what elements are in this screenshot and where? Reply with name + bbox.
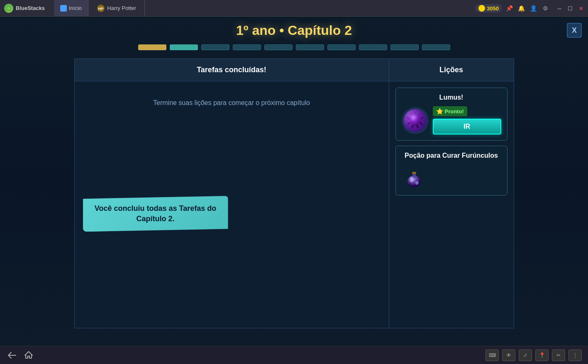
ready-badge: ⭐ Pronto!: [433, 106, 467, 116]
potion-svg: [403, 166, 425, 188]
progress-bar: [138, 44, 450, 50]
home-icon: [24, 350, 34, 360]
camera-button[interactable]: 👁: [502, 349, 515, 361]
location-button[interactable]: 📍: [535, 349, 549, 361]
left-panel: Tarefas concluídas! Termine suas lições …: [75, 59, 389, 328]
settings-button[interactable]: ⚙: [540, 3, 550, 13]
tab-inicio[interactable]: Início: [54, 0, 88, 16]
lesson-card-pocao: Poção para Curar Furúnculos: [395, 146, 507, 195]
home-tab-icon: [60, 5, 67, 12]
tool-button[interactable]: ✂: [552, 349, 565, 361]
progress-seg-6: [296, 44, 324, 50]
lumus-spell-svg: [404, 109, 427, 132]
profile-button[interactable]: 👤: [528, 3, 538, 13]
progress-seg-10: [422, 44, 450, 50]
right-panel: Lições Lumus!: [389, 59, 514, 328]
lumus-title: Lumus!: [402, 94, 501, 101]
progress-seg-4: [233, 44, 261, 50]
pocao-inner: [402, 164, 501, 189]
go-button[interactable]: IR: [433, 119, 501, 134]
progress-seg-8: [359, 44, 387, 50]
tab-harry-potter[interactable]: HP Harry Potter: [88, 0, 145, 16]
progress-seg-2: [170, 44, 198, 50]
notification-button[interactable]: 🔔: [516, 3, 526, 13]
hp-tab-icon: HP: [97, 4, 105, 12]
right-body: Lumus!: [389, 81, 514, 202]
lessons-title: Lições: [439, 66, 463, 74]
left-header: Tarefas concluídas!: [75, 59, 389, 81]
progress-seg-9: [390, 44, 419, 50]
progress-seg-7: [327, 44, 356, 50]
svg-point-7: [415, 181, 419, 185]
progress-seg-5: [264, 44, 293, 50]
coin-value: 3050: [487, 5, 499, 12]
tab-inicio-label: Início: [69, 5, 82, 11]
star-icon: ⭐: [436, 108, 443, 115]
coin-icon: [478, 5, 485, 12]
lumus-right: ⭐ Pronto! IR: [433, 106, 501, 134]
pocao-title: Poção para Curar Furúnculos: [402, 152, 501, 159]
progress-seg-1: [138, 44, 166, 50]
back-icon: [7, 350, 17, 360]
bottom-right-controls: ⌨ 👁 ⤢ 📍 ✂ ⋮: [486, 349, 582, 361]
close-x-button[interactable]: X: [567, 23, 582, 38]
bottom-bar: ⌨ 👁 ⤢ 📍 ✂ ⋮: [0, 346, 588, 364]
ready-text: Pronto!: [445, 108, 464, 115]
bluestacks-label: BlueStacks: [16, 5, 45, 11]
main-content: Tarefas concluídas! Termine suas lições …: [74, 59, 514, 328]
lumus-icon: [402, 107, 429, 134]
bluestacks-logo: BlueStacks: [0, 4, 54, 13]
tasks-completed-title: Tarefas concluídas!: [197, 66, 266, 74]
chapter-complete-tooltip: Você concluiu todas as Tarefas do Capítu…: [83, 196, 228, 232]
coin-badge: 3050: [475, 4, 502, 12]
window-close-button[interactable]: ✕: [576, 3, 586, 13]
left-body: Termine suas lições para começar o próxi…: [75, 81, 389, 120]
maximize-button[interactable]: ☐: [565, 3, 575, 13]
spell-icon: [404, 109, 427, 132]
svg-rect-9: [412, 172, 416, 174]
game-area: 1º ano • Capítulo 2 X Tarefas concluídas…: [0, 17, 588, 346]
lessons-reminder-text: Termine suas lições para começar o próxi…: [153, 99, 310, 106]
lesson-card-lumus: Lumus!: [395, 88, 507, 141]
top-right-controls: 3050 📌 🔔 👤 ⚙ ─ ☐ ✕: [475, 0, 588, 17]
window-controls: ─ ☐ ✕: [554, 3, 586, 13]
chapter-title: 1º ano • Capítulo 2: [236, 23, 352, 38]
svg-point-8: [410, 177, 414, 179]
svg-text:HP: HP: [98, 7, 104, 11]
pin-button[interactable]: 📌: [504, 3, 514, 13]
tab-hp-label: Harry Potter: [107, 5, 136, 11]
more-button[interactable]: ⋮: [568, 349, 582, 361]
home-button[interactable]: [23, 349, 34, 361]
back-button[interactable]: [6, 349, 18, 361]
keyboard-button[interactable]: ⌨: [486, 349, 499, 361]
potion-icon: [402, 164, 427, 189]
lumus-inner: ⭐ Pronto! IR: [402, 106, 501, 134]
progress-seg-3: [201, 44, 229, 50]
right-header: Lições: [389, 59, 514, 81]
title-bar: BlueStacks Início HP Harry Potter 3050 📌…: [0, 0, 588, 17]
minimize-button[interactable]: ─: [554, 3, 564, 13]
expand-button[interactable]: ⤢: [519, 349, 532, 361]
bluestacks-icon: [4, 4, 13, 13]
tooltip-text: Você concluiu todas as Tarefas do Capítu…: [95, 203, 217, 224]
